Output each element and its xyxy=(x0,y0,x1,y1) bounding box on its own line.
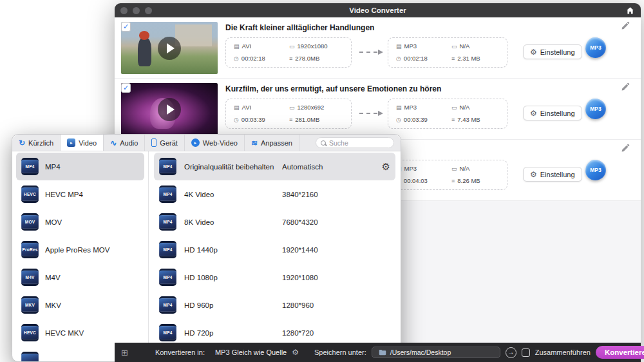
target-size: 2.31 MB xyxy=(457,55,480,62)
format-item-hevc-mp4[interactable]: HEVC HEVC MP4 xyxy=(16,180,144,208)
settings-button[interactable]: ⚙ Einstellung xyxy=(523,106,582,120)
tab-label: Kürzlich xyxy=(28,139,53,147)
settings-label: Einstellung xyxy=(540,110,575,117)
format-popup-body: MP4 MP4 HEVC HEVC MP4 MOV MOV ProRes App… xyxy=(12,151,401,362)
size-icon: ≡ xyxy=(451,117,455,123)
gear-icon: ⚙ xyxy=(530,109,537,118)
tab-web-video[interactable]: ▸ Web-Video xyxy=(185,135,245,151)
home-icon[interactable] xyxy=(626,6,634,17)
open-folder-button[interactable]: → xyxy=(506,347,516,358)
tab-audio[interactable]: ∿ Audio xyxy=(104,135,145,151)
preset-value: Automatisch xyxy=(282,163,323,171)
format-item-prores-mov[interactable]: ProRes Apple ProRes MOV xyxy=(16,236,144,263)
preset-value: 1920*1080 xyxy=(282,274,318,281)
thumbnail-art xyxy=(138,37,151,66)
save-path-field[interactable]: /Users/mac/Desktop xyxy=(372,347,500,358)
format-file-icon: MP4 xyxy=(159,296,176,314)
edit-pencil-icon[interactable] xyxy=(621,82,630,94)
target-duration: 00:03:39 xyxy=(404,116,428,123)
size-icon: ≡ xyxy=(289,55,292,62)
target-info-box: ▤MP3 ▭N/A ◷00:03:39 ≡7.43 MB xyxy=(388,99,507,129)
row-checkbox[interactable]: ✓ xyxy=(121,22,131,32)
format-tabs: ↻ Kürzlich ▸ Video ∿ Audio Gerät ▸ Web-V… xyxy=(12,135,401,151)
format-item-mp4[interactable]: MP4 MP4 xyxy=(16,153,144,180)
preset-item-4k[interactable]: MP4 4K Video 3840*2160 xyxy=(154,180,395,208)
source-resolution: 1280x692 xyxy=(298,104,325,111)
settings-button[interactable]: ⚙ Einstellung xyxy=(523,167,582,182)
format-file-icon: MOV xyxy=(21,213,39,231)
output-format-badge[interactable]: MP3 xyxy=(585,160,606,180)
convert-button[interactable]: Konvertieren xyxy=(596,346,644,359)
size-icon: ≡ xyxy=(451,178,455,184)
target-info-box: ▤MP3 ▭N/A ◷00:02:18 ≡2.31 MB xyxy=(388,37,507,68)
format-file-icon xyxy=(21,352,39,362)
folder-icon xyxy=(379,349,386,356)
source-resolution: 1920x1080 xyxy=(298,43,328,50)
play-button[interactable] xyxy=(158,37,181,60)
settings-button[interactable]: ⚙ Einstellung xyxy=(523,44,582,59)
output-format-badge[interactable]: MP3 xyxy=(585,99,606,119)
duration-icon: ◷ xyxy=(234,55,239,62)
tab-kuerzlich[interactable]: ↻ Kürzlich xyxy=(12,135,61,151)
resolution-icon: ▭ xyxy=(289,104,295,111)
format-file-icon: MP4 xyxy=(159,324,176,341)
preset-item-original[interactable]: MP4 Originalqualität beibehalten Automat… xyxy=(154,153,395,180)
web-video-icon: ▸ xyxy=(191,138,200,147)
target-resolution: N/A xyxy=(460,43,470,50)
preset-item-8k[interactable]: MP4 8K Video 7680*4320 xyxy=(154,208,395,236)
output-format-badge[interactable]: MP3 xyxy=(585,37,606,58)
gear-icon[interactable]: ⚙ xyxy=(382,161,390,173)
convert-arrow-icon xyxy=(359,52,377,53)
preset-name: HD 1080p xyxy=(184,274,274,281)
thumbnail-art xyxy=(175,24,212,46)
close-button[interactable] xyxy=(120,7,128,14)
play-button[interactable] xyxy=(158,98,181,121)
video-title: Kurzfilm, der uns ermutigt, auf unsere E… xyxy=(225,84,441,93)
source-duration: 00:02:18 xyxy=(242,55,265,62)
gear-icon: ⚙ xyxy=(530,48,537,57)
task-row: ✓ Die Kraft kleiner alltäglicher Handlun… xyxy=(115,17,641,79)
edit-pencil-icon[interactable] xyxy=(621,21,630,33)
duration-icon: ◷ xyxy=(234,117,239,123)
source-format: AVI xyxy=(242,43,252,50)
tab-video[interactable]: ▸ Video xyxy=(61,135,104,151)
merge-checkbox[interactable] xyxy=(522,348,530,357)
output-format-dropdown[interactable]: MP3 Gleich wie Quelle xyxy=(215,348,287,356)
window-title: Video Converter xyxy=(115,3,641,17)
preset-list: MP4 Originalqualität beibehalten Automat… xyxy=(149,151,401,362)
format-icon: ▤ xyxy=(396,43,402,50)
window-controls xyxy=(120,7,152,14)
duration-icon: ◷ xyxy=(396,55,401,62)
search-field[interactable] xyxy=(316,137,394,148)
format-file-icon: MP4 xyxy=(159,186,176,203)
search-input[interactable] xyxy=(329,139,384,147)
resolution-icon: ▭ xyxy=(451,104,457,111)
zoom-button[interactable] xyxy=(145,7,152,14)
preset-item-1440p[interactable]: MP4 HD 1440p 1920*1440 xyxy=(154,236,395,263)
minimize-button[interactable] xyxy=(133,7,140,14)
merge-label: Zusammenführen xyxy=(535,348,591,356)
format-file-icon: HEVC xyxy=(21,186,39,203)
format-icon: ▤ xyxy=(234,104,240,111)
tab-geraet[interactable]: Gerät xyxy=(145,135,185,151)
tab-label: Gerät xyxy=(160,139,178,147)
target-resolution: N/A xyxy=(460,165,470,172)
preset-value: 1920*1440 xyxy=(282,246,318,254)
edit-pencil-icon[interactable] xyxy=(621,144,630,155)
tab-label: Video xyxy=(79,139,97,147)
format-item-mkv[interactable]: MKV MKV xyxy=(16,291,144,319)
preset-value: 7680*4320 xyxy=(282,218,318,226)
recent-icon: ↻ xyxy=(19,138,25,148)
format-icon: ▤ xyxy=(234,43,240,50)
source-size: 281.0MB xyxy=(295,116,319,123)
preset-item-1080p[interactable]: MP4 HD 1080p 1920*1080 xyxy=(154,263,395,291)
format-item-m4v[interactable]: M4V M4V xyxy=(16,263,144,291)
target-duration: 00:04:03 xyxy=(404,177,428,184)
row-checkbox[interactable]: ✓ xyxy=(121,83,131,93)
preset-item-960p[interactable]: MP4 HD 960p 1280*960 xyxy=(154,291,395,319)
tab-anpassen[interactable]: ≋ Anpassen xyxy=(245,135,299,151)
grid-view-icon[interactable]: ⊞ xyxy=(121,348,128,357)
format-item-mov[interactable]: MOV MOV xyxy=(16,208,144,236)
target-size: 8.26 MB xyxy=(457,177,480,184)
gear-icon[interactable]: ⚙ xyxy=(292,348,299,357)
